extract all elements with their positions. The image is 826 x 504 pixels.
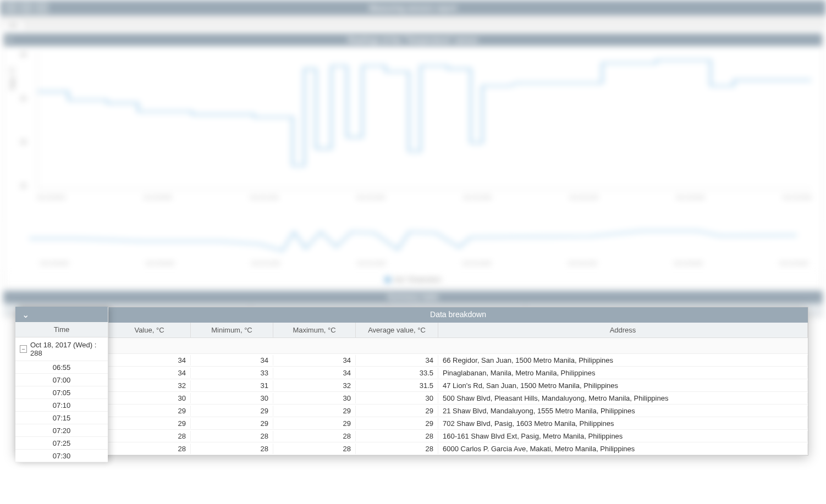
cell-avg: 33.5: [356, 368, 438, 378]
chart-overview[interactable]: Oct 18 06:00 Oct 18 09:00 Oct 18 12:00 O…: [7, 222, 819, 272]
cell-value: 28: [108, 444, 191, 454]
xtick: Oct 18 12:00: [251, 261, 280, 266]
breakdown-time-column: ⌄ Time − Oct 18, 2017 (Wed) : 288 06:550…: [15, 307, 108, 462]
breakdown-header-row: Value, °C Minimum, °C Maximum, °C Averag…: [108, 323, 808, 338]
toolbar-icon-3[interactable]: [35, 2, 48, 13]
chevron-down-icon: ⌄: [22, 309, 29, 320]
cell-addr: 21 Shaw Blvd, Mandaluyong, 1555 Metro Ma…: [438, 406, 808, 416]
cell-addr: 702 Shaw Blvd, Pasig, 1603 Metro Manila,…: [438, 418, 808, 429]
toolbar-icon-2[interactable]: [20, 2, 33, 13]
col-value-header[interactable]: Value, °C: [108, 323, 191, 337]
app-toolbar: Measuring sensors report: [0, 0, 826, 15]
chevron-down-icon[interactable]: ▾: [8, 36, 12, 43]
cell-max: 29: [273, 418, 356, 429]
xtick: Oct 18 06:00: [40, 261, 69, 266]
legend-swatch: [385, 277, 390, 283]
chart-y-ticks: 40 35 30 25: [20, 52, 26, 189]
xtick: Oct 18 12:00: [250, 195, 279, 200]
time-cell[interactable]: 07:05: [15, 386, 108, 399]
xtick: Oct 19 03:00: [779, 261, 808, 266]
cell-max: 28: [273, 444, 356, 454]
table-row[interactable]: 3434343466 Regidor, San Juan, 1500 Metro…: [108, 354, 808, 367]
cell-max: 32: [273, 380, 356, 391]
time-cell[interactable]: 07:00: [15, 374, 108, 386]
chart-plot-area[interactable]: [37, 52, 811, 189]
chart-legend: test: Temperature: [4, 272, 822, 287]
xtick: Oct 19 00:00: [674, 261, 702, 266]
cell-addr: 160-161 Shaw Blvd Ext, Pasig, Metro Mani…: [438, 431, 808, 441]
table-row[interactable]: 282828286000 Carlos P. Garcia Ave, Makat…: [108, 442, 808, 455]
ytick: 40: [20, 52, 26, 58]
date-group-label: Oct 18, 2017 (Wed) : 288: [30, 341, 103, 357]
time-cell[interactable]: 07:15: [15, 412, 108, 424]
cell-min: 30: [191, 393, 273, 403]
cell-avg: 29: [356, 418, 438, 429]
tab-bar: test: [0, 15, 826, 30]
cell-min: 28: [191, 431, 273, 441]
time-cell[interactable]: 07:20: [15, 424, 108, 437]
table-row[interactable]: 29292929702 Shaw Blvd, Pasig, 1603 Metro…: [108, 417, 808, 430]
xtick: Oct 18 21:00: [568, 261, 597, 266]
cell-value: 29: [108, 418, 191, 429]
table-row[interactable]: 32313231.547 Lion's Rd, San Juan, 1500 M…: [108, 379, 808, 392]
time-cell[interactable]: 07:25: [15, 437, 108, 450]
time-cell[interactable]: 06:55: [15, 361, 108, 374]
col-avg-header[interactable]: Average value, °C: [356, 323, 438, 337]
xtick: Oct 18 15:00: [356, 195, 385, 200]
xtick: Oct 18 09:00: [144, 195, 172, 200]
toolbar-icon-1[interactable]: [4, 2, 18, 13]
xtick: Oct 18 18:00: [462, 261, 491, 266]
table-row[interactable]: 2929292921 Shaw Blvd, Mandaluyong, 1555 …: [108, 405, 808, 417]
overview-x-ticks: Oct 18 06:00 Oct 18 09:00 Oct 18 12:00 O…: [40, 261, 808, 266]
group-spacer: [108, 338, 808, 354]
table-row[interactable]: 30303030500 Shaw Blvd, Pleasant Hills, M…: [108, 392, 808, 405]
cell-value: 28: [108, 431, 191, 441]
chart-x-ticks: Oct 18 06:00 Oct 18 09:00 Oct 18 12:00 O…: [37, 195, 811, 200]
cell-min: 33: [191, 368, 273, 378]
chart-title: Readings of the "Temperature" sensor: [348, 36, 478, 44]
cell-addr: 500 Shaw Blvd, Pleasant Hills, Mandaluyo…: [438, 393, 808, 403]
time-cell[interactable]: 07:30: [15, 450, 108, 462]
cell-min: 34: [191, 355, 273, 365]
chart-panel-header: ▾ Readings of the "Temperature" sensor: [4, 34, 822, 46]
cell-addr: 6000 Carlos P. Garcia Ave, Makati, Metro…: [438, 444, 808, 454]
cell-avg: 31.5: [356, 380, 438, 391]
cell-max: 34: [273, 368, 356, 378]
cell-max: 28: [273, 431, 356, 441]
cell-value: 34: [108, 368, 191, 378]
col-max-header[interactable]: Maximum, °C: [273, 323, 356, 337]
cell-addr: 47 Lion's Rd, San Juan, 1500 Metro Manil…: [438, 380, 808, 391]
collapse-minus-icon[interactable]: −: [20, 345, 27, 353]
chart-y-label: Value, °C: [9, 67, 15, 90]
cell-value: 29: [108, 406, 191, 416]
table-row[interactable]: 28282828160-161 Shaw Blvd Ext, Pasig, Me…: [108, 430, 808, 442]
summary-table-title: Summary table: [3, 291, 823, 303]
date-group-row[interactable]: − Oct 18, 2017 (Wed) : 288: [15, 337, 108, 361]
cell-avg: 34: [356, 355, 438, 365]
col-addr-header[interactable]: Address: [438, 323, 808, 337]
cell-max: 34: [273, 355, 356, 365]
time-cell[interactable]: 07:10: [15, 399, 108, 412]
cell-avg: 28: [356, 431, 438, 441]
cell-avg: 28: [356, 444, 438, 454]
cell-avg: 29: [356, 406, 438, 416]
cell-value: 34: [108, 355, 191, 365]
cell-min: 31: [191, 380, 273, 391]
cell-value: 32: [108, 380, 191, 391]
cell-addr: Pinaglabanan, Manila, Metro Manila, Phil…: [438, 368, 808, 378]
table-row[interactable]: 34333433.5Pinaglabanan, Manila, Metro Ma…: [108, 367, 808, 379]
cell-max: 30: [273, 393, 356, 403]
xtick: Oct 19 00:00: [676, 195, 705, 200]
xtick: Oct 18 15:00: [357, 261, 386, 266]
col-min-header[interactable]: Minimum, °C: [191, 323, 273, 337]
cell-addr: 66 Regidor, San Juan, 1500 Metro Manila,…: [438, 355, 808, 365]
cell-min: 29: [191, 406, 273, 416]
app-title: Measuring sensors report: [369, 4, 457, 12]
tab-item[interactable]: test: [2, 19, 24, 30]
ytick: 25: [20, 183, 26, 189]
breakdown-chevron-bar[interactable]: ⌄: [15, 307, 108, 322]
cell-avg: 30: [356, 393, 438, 403]
chart-panel: ▾ Readings of the "Temperature" sensor V…: [3, 33, 823, 287]
legend-label: test: Temperature: [394, 276, 441, 283]
xtick: Oct 18 18:00: [463, 195, 492, 200]
